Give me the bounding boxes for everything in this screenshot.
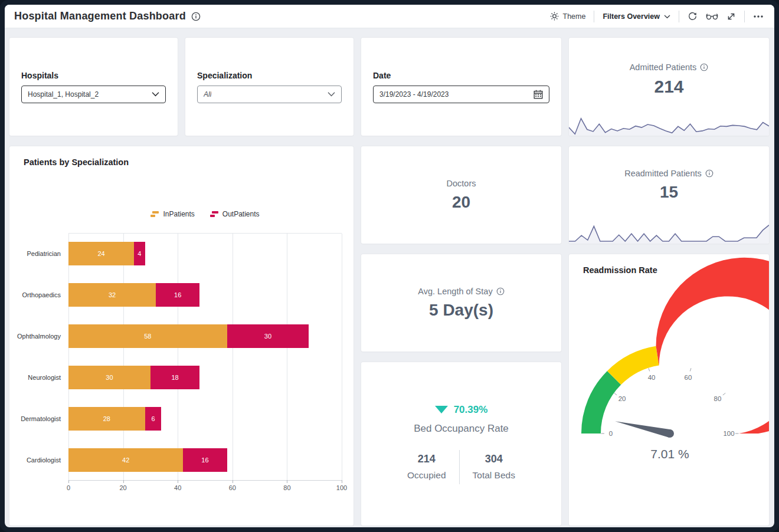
- x-tick-label: 20: [119, 484, 126, 491]
- category-label: Neurologist: [9, 374, 68, 381]
- admitted-patients-value: 214: [654, 77, 683, 97]
- chevron-down-icon: [664, 14, 670, 19]
- chart-title: Patients by Specialization: [24, 157, 129, 167]
- avg-stay-label: Avg. Length of Stay: [418, 287, 492, 296]
- calendar-icon[interactable]: [533, 90, 543, 99]
- date-filter-label: Date: [373, 71, 549, 80]
- category-label: Pediatrician: [9, 250, 68, 257]
- readmission-rate-card: Readmission Rate 0204060801007.01 %: [569, 254, 769, 526]
- chevron-down-icon: [152, 91, 159, 97]
- bar-value-label: 30: [106, 374, 113, 381]
- bar-value-label: 28: [103, 415, 110, 422]
- chart-x-axis: 020406080100: [68, 484, 342, 494]
- category-label: Cardiologist: [9, 457, 68, 464]
- bar-segment-outpatients: 16: [183, 448, 227, 472]
- bar-value-label: 42: [122, 457, 129, 464]
- bar-segment-inpatients: 42: [68, 448, 183, 472]
- bar-segment-outpatients: 30: [227, 324, 309, 348]
- info-icon[interactable]: [496, 287, 505, 295]
- stacked-bar-icon: [150, 211, 159, 218]
- legend-item-inpatients[interactable]: InPatients: [150, 210, 194, 218]
- preview-button[interactable]: [706, 12, 718, 21]
- gauge-segment: [581, 371, 621, 434]
- doctors-card: Doctors 20: [361, 146, 561, 244]
- admitted-patients-card: Admitted Patients 214: [569, 38, 769, 136]
- bar-segment-inpatients: 28: [68, 407, 145, 431]
- bar-segment-inpatients: 24: [68, 242, 134, 265]
- gauge-tick: [723, 393, 725, 395]
- stacked-bar-icon: [210, 211, 218, 218]
- bed-occupancy-label: Bed Occupancy Rate: [414, 423, 509, 435]
- date-range-input[interactable]: 3/19/2023 - 4/19/2023: [373, 86, 549, 103]
- bar-track: 4216: [68, 448, 342, 472]
- readmission-rate-gauge: 0204060801007.01 %: [569, 254, 769, 526]
- legend-item-outpatients[interactable]: OutPatients: [210, 210, 260, 218]
- bed-occupancy-trend: 70.39%: [454, 404, 488, 416]
- sparkline-area: [569, 119, 769, 136]
- readmitted-patients-label: Readmitted Patients: [624, 169, 702, 178]
- hospitals-filter-label: Hospitals: [21, 71, 166, 80]
- bar-track: 5830: [68, 324, 342, 348]
- gridline: [342, 234, 342, 480]
- more-menu-button[interactable]: [753, 15, 764, 18]
- theme-label: Theme: [563, 12, 586, 21]
- filters-overview-button[interactable]: Filters Overview: [603, 12, 670, 21]
- gauge-tick: [649, 368, 650, 371]
- theme-button[interactable]: Theme: [550, 12, 586, 21]
- bar-value-label: 16: [201, 457, 208, 464]
- bar-row-ophthalmology: Ophthalmology5830: [9, 316, 342, 357]
- category-label: Ophthalmology: [9, 333, 68, 340]
- fullscreen-button[interactable]: [726, 12, 736, 21]
- hospitals-select[interactable]: Hospital_1, Hospital_2: [21, 86, 166, 103]
- divider: [594, 11, 594, 22]
- divider: [459, 450, 460, 484]
- chart-legend: InPatientsOutPatients: [68, 210, 342, 218]
- bar-track: 244: [68, 242, 342, 265]
- dashboard-root: Hospital Management Dashboard Theme Filt…: [5, 5, 774, 527]
- occupied-value: 214: [407, 453, 446, 465]
- specialization-filter-card: Specialization All: [185, 38, 354, 136]
- gauge-tick: [690, 368, 691, 371]
- bar-row-cardiologist: Cardiologist4216: [9, 439, 342, 481]
- gauge-tick-label: 20: [618, 395, 626, 402]
- bar-track: 3216: [68, 283, 342, 307]
- readmitted-patients-value: 15: [660, 183, 678, 202]
- specialization-filter-label: Specialization: [197, 71, 342, 80]
- axis-tick: [342, 480, 342, 483]
- gauge-tick-label: 40: [648, 374, 656, 381]
- bar-segment-outpatients: 16: [156, 283, 199, 307]
- total-beds-value: 304: [473, 453, 515, 465]
- hospitals-filter-card: Hospitals Hospital_1, Hospital_2: [9, 38, 178, 136]
- category-label: Dermatologist: [9, 415, 68, 422]
- info-icon[interactable]: [700, 63, 708, 71]
- gauge-tick-label: 60: [685, 374, 692, 381]
- total-beds-label: Total Beds: [473, 470, 515, 481]
- hospitals-select-value: Hospital_1, Hospital_2: [28, 90, 99, 98]
- gauge-tick-label: 0: [609, 430, 613, 437]
- bar-segment-inpatients: 58: [68, 324, 227, 348]
- bar-track: 286: [68, 407, 342, 431]
- window-frame: Hospital Management Dashboard Theme Filt…: [0, 0, 779, 532]
- x-tick-label: 0: [67, 484, 70, 491]
- x-tick-label: 100: [336, 484, 347, 491]
- specialization-select[interactable]: All: [197, 86, 342, 103]
- specialization-select-value: All: [204, 90, 211, 98]
- info-icon[interactable]: [191, 12, 201, 21]
- glasses-icon: [706, 12, 718, 21]
- bar-track: 3018: [68, 366, 342, 389]
- info-icon[interactable]: [705, 169, 713, 178]
- header: Hospital Management Dashboard Theme Filt…: [5, 5, 774, 28]
- admitted-patients-sparkline: [569, 112, 769, 136]
- chart-bars: Pediatrician244Orthopaedics3216Ophthalmo…: [9, 233, 342, 481]
- bar-value-label: 6: [151, 415, 155, 422]
- date-filter-card: Date 3/19/2023 - 4/19/2023: [361, 38, 561, 136]
- doctors-label: Doctors: [447, 179, 476, 188]
- page-title: Hospital Management Dashboard: [14, 10, 186, 22]
- doctors-value: 20: [452, 193, 470, 212]
- refresh-button[interactable]: [688, 11, 698, 21]
- dashboard-content: Hospitals Hospital_1, Hospital_2 Special…: [5, 28, 774, 527]
- bar-row-orthopaedics: Orthopaedics3216: [9, 274, 342, 316]
- more-dots-icon: [753, 15, 764, 18]
- gauge-tick-label: 100: [723, 430, 734, 437]
- x-tick-label: 40: [174, 484, 181, 491]
